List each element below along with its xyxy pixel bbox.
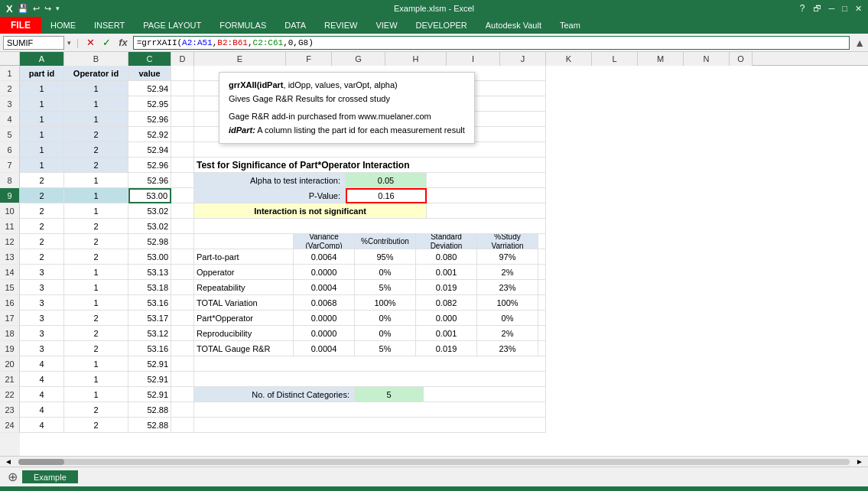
maximize-icon[interactable]: □: [842, 4, 847, 13]
col-header-j[interactable]: J: [500, 52, 546, 66]
cell-c2[interactable]: 52.94: [128, 81, 171, 96]
cell-d13[interactable]: [171, 249, 194, 265]
pvalue-value[interactable]: 0.16: [346, 188, 427, 203]
cell-b7[interactable]: 2: [64, 158, 128, 173]
cell-a13[interactable]: 2: [20, 249, 64, 265]
col-header-h[interactable]: H: [385, 52, 447, 66]
cell-d23[interactable]: [171, 402, 194, 418]
cell-a3[interactable]: 1: [20, 96, 64, 112]
cell-c9[interactable]: 53.00: [128, 188, 171, 203]
tab-home[interactable]: HOME: [41, 17, 85, 34]
cell-b9[interactable]: 1: [64, 188, 128, 203]
name-box-dropdown[interactable]: ▾: [67, 39, 71, 47]
cell-a16[interactable]: 3: [20, 295, 64, 311]
cell-d5[interactable]: [171, 127, 194, 142]
cell-d15[interactable]: [171, 280, 194, 295]
quick-access-more[interactable]: ▾: [56, 5, 60, 12]
col-header-l[interactable]: L: [592, 52, 638, 66]
name-box[interactable]: [3, 36, 64, 50]
sheet-tab-example[interactable]: Example: [22, 470, 78, 483]
cell-a23[interactable]: 4: [20, 402, 64, 418]
cell-c16[interactable]: 53.16: [128, 295, 171, 311]
cell-b22[interactable]: 1: [64, 387, 128, 402]
cell-c7[interactable]: 52.96: [128, 158, 171, 173]
main-grid[interactable]: part id Operator id value 1 1 52.94 1 1 …: [20, 66, 868, 456]
cell-a6[interactable]: 1: [20, 142, 64, 158]
cell-c20[interactable]: 52.91: [128, 356, 171, 372]
cell-b11[interactable]: 2: [64, 219, 128, 234]
cell-c12[interactable]: 52.98: [128, 234, 171, 249]
cell-a20[interactable]: 4: [20, 356, 64, 372]
tab-formulas[interactable]: FORMULAS: [210, 17, 275, 34]
cell-b15[interactable]: 1: [64, 280, 128, 295]
cell-a9[interactable]: 2: [20, 188, 64, 203]
cell-d6[interactable]: [171, 142, 194, 158]
cell-c19[interactable]: 53.16: [128, 341, 171, 356]
col-header-d[interactable]: D: [171, 52, 194, 66]
restore-icon[interactable]: 🗗: [813, 4, 821, 13]
horizontal-scrollbar[interactable]: ◄ ►: [0, 456, 868, 467]
cell-c4[interactable]: 52.96: [128, 112, 171, 127]
close-icon[interactable]: ✕: [855, 4, 862, 14]
col-header-n[interactable]: N: [684, 52, 730, 66]
col-header-b[interactable]: B: [64, 52, 128, 66]
cell-d10[interactable]: [171, 203, 194, 219]
cell-b4[interactable]: 1: [64, 112, 128, 127]
cell-d19[interactable]: [171, 341, 194, 356]
cell-b19[interactable]: 2: [64, 341, 128, 356]
cell-b17[interactable]: 2: [64, 311, 128, 326]
cell-b14[interactable]: 1: [64, 265, 128, 280]
tab-data[interactable]: DATA: [275, 17, 315, 34]
col-header-m[interactable]: M: [638, 52, 684, 66]
cell-b2[interactable]: 1: [64, 81, 128, 96]
formula-input[interactable]: =grrXAII(A2:A51,B2:B61,C2:C61,0,G8): [133, 36, 850, 50]
cancel-icon[interactable]: ✕: [84, 37, 97, 48]
cell-b10[interactable]: 1: [64, 203, 128, 219]
col-header-c[interactable]: C: [128, 52, 171, 66]
cell-d3[interactable]: [171, 96, 194, 112]
scroll-thumb[interactable]: [18, 459, 64, 465]
formula-expand-icon[interactable]: ▲: [854, 37, 865, 49]
scroll-left-icon[interactable]: ◄: [2, 457, 15, 466]
cell-c24[interactable]: 52.88: [128, 418, 171, 433]
cell-c21[interactable]: 52.91: [128, 372, 171, 387]
cell-b23[interactable]: 2: [64, 402, 128, 418]
cell-c10[interactable]: 53.02: [128, 203, 171, 219]
tab-page-layout[interactable]: PAGE LAYOUT: [134, 17, 210, 34]
quick-access-redo[interactable]: ↪: [44, 4, 51, 14]
cell-a22[interactable]: 4: [20, 387, 64, 402]
cell-a7[interactable]: 1: [20, 158, 64, 173]
cell-b3[interactable]: 1: [64, 96, 128, 112]
cell-a21[interactable]: 4: [20, 372, 64, 387]
cell-a19[interactable]: 3: [20, 341, 64, 356]
cell-b13[interactable]: 2: [64, 249, 128, 265]
fx-icon[interactable]: fx: [116, 37, 130, 48]
cell-d17[interactable]: [171, 311, 194, 326]
cell-c1[interactable]: value: [128, 66, 171, 81]
file-button[interactable]: FILE: [0, 17, 41, 34]
cell-b1[interactable]: Operator id: [64, 66, 128, 81]
cell-b18[interactable]: 2: [64, 326, 128, 341]
col-header-a[interactable]: A: [20, 52, 64, 66]
cell-b20[interactable]: 1: [64, 356, 128, 372]
cell-c22[interactable]: 52.91: [128, 387, 171, 402]
cell-a4[interactable]: 1: [20, 112, 64, 127]
cell-a17[interactable]: 3: [20, 311, 64, 326]
cell-d4[interactable]: [171, 112, 194, 127]
cell-d21[interactable]: [171, 372, 194, 387]
cell-c17[interactable]: 53.17: [128, 311, 171, 326]
alpha-value[interactable]: 0.05: [346, 173, 427, 188]
cell-b24[interactable]: 2: [64, 418, 128, 433]
col-header-k[interactable]: K: [546, 52, 592, 66]
cell-d16[interactable]: [171, 295, 194, 311]
cell-a11[interactable]: 2: [20, 219, 64, 234]
cell-b16[interactable]: 1: [64, 295, 128, 311]
cell-d12[interactable]: [171, 234, 194, 249]
cell-c14[interactable]: 53.13: [128, 265, 171, 280]
cell-d24[interactable]: [171, 418, 194, 433]
col-header-i[interactable]: I: [447, 52, 500, 66]
tab-insert[interactable]: INSERT: [85, 17, 134, 34]
cell-c6[interactable]: 52.94: [128, 142, 171, 158]
cell-a14[interactable]: 3: [20, 265, 64, 280]
cell-d22[interactable]: [171, 387, 194, 402]
